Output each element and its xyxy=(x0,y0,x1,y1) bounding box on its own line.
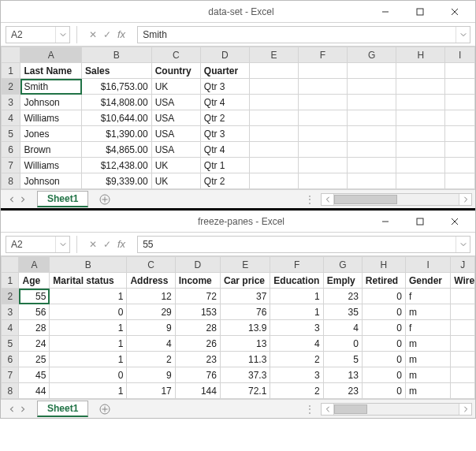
cell[interactable] xyxy=(396,126,445,142)
close-button[interactable] xyxy=(437,211,472,233)
cell[interactable] xyxy=(348,126,396,142)
header-cell[interactable]: Retired xyxy=(362,273,405,289)
formula-expand[interactable] xyxy=(456,237,470,252)
cell[interactable]: USA xyxy=(151,110,200,126)
tab-nav-prev[interactable] xyxy=(9,404,15,415)
tab-nav-prev[interactable] xyxy=(9,194,15,205)
row-header[interactable]: 3 xyxy=(2,304,19,320)
cell[interactable] xyxy=(396,158,445,173)
scroll-left-button[interactable] xyxy=(322,404,334,415)
minimize-button[interactable] xyxy=(368,211,403,233)
cell[interactable]: UK xyxy=(151,173,200,189)
cell[interactable]: m xyxy=(406,367,451,383)
cell[interactable]: 9 xyxy=(127,367,175,383)
row-header[interactable]: 7 xyxy=(2,367,19,383)
cell[interactable] xyxy=(451,304,475,320)
cell[interactable]: 1 xyxy=(50,352,127,367)
column-header[interactable]: D xyxy=(175,257,220,273)
cell[interactable]: USA xyxy=(151,95,200,110)
cell[interactable]: 13.9 xyxy=(220,320,270,336)
header-cell[interactable] xyxy=(396,63,445,79)
cell[interactable]: Brown xyxy=(20,142,82,158)
cell[interactable]: 72 xyxy=(175,289,220,304)
close-button[interactable] xyxy=(437,1,472,23)
cell[interactable] xyxy=(249,173,298,189)
cell[interactable]: $14,808.00 xyxy=(82,95,152,110)
spreadsheet-grid[interactable]: ABCDEFGHIJ1AgeMarital statusAddressIncom… xyxy=(1,256,475,399)
spreadsheet-grid[interactable]: ABCDEFGHI1Last NameSalesCountryQuarter2S… xyxy=(1,47,475,189)
titlebar[interactable]: freeze-panes - Excel xyxy=(1,211,475,233)
cell[interactable]: 5 xyxy=(323,352,362,367)
cell[interactable]: UK xyxy=(151,79,200,95)
formula-input[interactable] xyxy=(138,239,456,250)
cell[interactable] xyxy=(445,126,475,142)
cell[interactable]: 72.1 xyxy=(220,383,270,399)
cell[interactable]: m xyxy=(406,304,451,320)
row-header[interactable]: 7 xyxy=(2,158,20,173)
fx-icon[interactable]: fx xyxy=(117,238,125,250)
cell[interactable] xyxy=(249,95,298,110)
cell[interactable] xyxy=(298,158,347,173)
column-header[interactable]: C xyxy=(127,257,175,273)
cell[interactable] xyxy=(451,367,475,383)
cell[interactable] xyxy=(396,142,445,158)
cell[interactable] xyxy=(249,158,298,173)
header-cell[interactable] xyxy=(445,63,475,79)
cell[interactable]: Qtr 4 xyxy=(200,142,249,158)
new-sheet-button[interactable] xyxy=(96,401,113,418)
row-header[interactable]: 8 xyxy=(2,173,20,189)
cell[interactable]: 2 xyxy=(270,352,323,367)
cell[interactable]: USA xyxy=(151,142,200,158)
cell[interactable] xyxy=(348,173,396,189)
column-header[interactable]: D xyxy=(200,47,249,63)
cell[interactable]: 144 xyxy=(175,383,220,399)
splitter-handle[interactable]: ⋮ xyxy=(300,404,321,415)
cell[interactable] xyxy=(451,383,475,399)
cell[interactable]: 2 xyxy=(127,352,175,367)
cell[interactable]: 13 xyxy=(323,367,362,383)
name-box-input[interactable] xyxy=(6,29,55,40)
cell[interactable]: $10,644.00 xyxy=(82,110,152,126)
cell[interactable]: 4 xyxy=(323,320,362,336)
row-header[interactable]: 4 xyxy=(2,320,19,336)
cell[interactable]: 56 xyxy=(19,304,50,320)
cell[interactable]: 23 xyxy=(323,383,362,399)
header-cell[interactable]: Emply xyxy=(323,273,362,289)
cell[interactable] xyxy=(451,289,475,304)
header-cell[interactable]: Car price xyxy=(220,273,270,289)
header-cell[interactable]: Quarter xyxy=(200,63,249,79)
row-header[interactable]: 1 xyxy=(2,63,20,79)
column-header[interactable]: E xyxy=(220,257,270,273)
cell[interactable]: 3 xyxy=(270,320,323,336)
cell[interactable]: $9,339.00 xyxy=(82,173,152,189)
cell[interactable] xyxy=(348,79,396,95)
cell[interactable] xyxy=(298,110,347,126)
cell[interactable]: 29 xyxy=(127,304,175,320)
row-header[interactable]: 6 xyxy=(2,142,20,158)
cell[interactable]: 0 xyxy=(50,367,127,383)
maximize-button[interactable] xyxy=(403,211,437,233)
cell[interactable]: Qtr 1 xyxy=(200,158,249,173)
cell[interactable]: 13 xyxy=(220,336,270,352)
cell[interactable]: 76 xyxy=(220,304,270,320)
cell[interactable]: 4 xyxy=(127,336,175,352)
cell[interactable]: $1,390.00 xyxy=(82,126,152,142)
cell[interactable]: 17 xyxy=(127,383,175,399)
cell[interactable] xyxy=(445,142,475,158)
cell[interactable]: UK xyxy=(151,158,200,173)
cell[interactable] xyxy=(249,110,298,126)
cell[interactable] xyxy=(298,142,347,158)
cell[interactable] xyxy=(451,336,475,352)
cell[interactable]: 0 xyxy=(362,367,405,383)
cell[interactable]: 12 xyxy=(127,289,175,304)
cell[interactable]: 37 xyxy=(220,289,270,304)
header-cell[interactable]: Country xyxy=(151,63,200,79)
sheet-tab[interactable]: Sheet1 xyxy=(37,191,88,207)
enter-icon[interactable]: ✓ xyxy=(103,239,111,250)
cell[interactable] xyxy=(396,110,445,126)
cell[interactable] xyxy=(348,158,396,173)
cell[interactable]: Jones xyxy=(20,126,82,142)
row-header[interactable]: 1 xyxy=(2,273,19,289)
cell[interactable] xyxy=(445,173,475,189)
cell[interactable] xyxy=(396,95,445,110)
